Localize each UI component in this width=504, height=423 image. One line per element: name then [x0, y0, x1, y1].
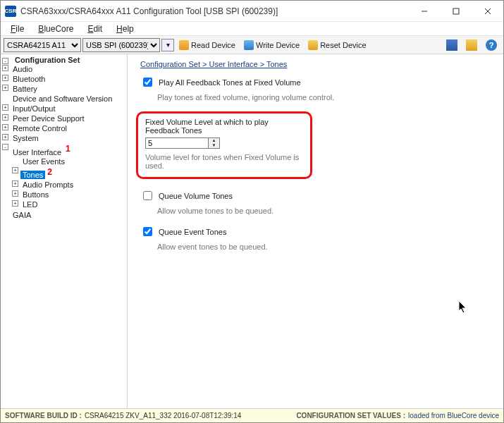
status-config-value: loaded from BlueCore device — [408, 412, 499, 419]
menu-bluecore[interactable]: BlueCore — [32, 23, 79, 35]
tree-item-led[interactable]: +LED — [20, 200, 127, 209]
save-icon — [446, 39, 457, 51]
close-button[interactable] — [472, 1, 503, 22]
help-button[interactable]: ? — [482, 37, 500, 53]
menubar: File BlueCore Edit Help — [1, 22, 503, 36]
tree-item-battery[interactable]: +Battery — [11, 84, 127, 94]
tree-item-audio-prompts[interactable]: +Audio Prompts — [20, 180, 127, 190]
queue-volume-desc: Allow volume tones to be queued. — [157, 207, 491, 215]
device-combo[interactable]: CSRA64215 A11 — [4, 38, 81, 52]
menu-file[interactable]: File — [5, 23, 30, 35]
maximize-button[interactable] — [440, 1, 472, 22]
write-device-button[interactable]: Write Device — [240, 37, 303, 53]
play-all-desc: Play tones at fixed volume, ignoring vol… — [157, 93, 491, 102]
content-pane: Configuration Set > User Interface > Ton… — [128, 54, 503, 408]
play-all-row: Play All Feedback Tones at Fixed Volume — [140, 75, 491, 89]
reset-device-button[interactable]: Reset Device — [305, 37, 369, 53]
tree-item-remote-control[interactable]: +Remote Control — [11, 123, 127, 133]
statusbar: SOFTWARE BUILD ID : CSRA64215 ZKV_A11_33… — [1, 408, 503, 422]
app-icon: CSR — [5, 6, 16, 17]
fixed-volume-input[interactable] — [145, 137, 209, 149]
queue-event-desc: Allow event tones to be queued. — [157, 243, 491, 251]
status-config-label: CONFIGURATION SET VALUES : — [296, 412, 405, 419]
save-button[interactable] — [443, 37, 461, 53]
status-build-label: SOFTWARE BUILD ID : — [5, 412, 82, 419]
status-build-value: CSRA64215 ZKV_A11_332 2016-07-08T12:39:1… — [85, 412, 241, 419]
queue-event-checkbox[interactable] — [143, 227, 152, 236]
write-icon — [244, 40, 254, 50]
fixed-volume-group: Fixed Volume Level at which to play Feed… — [136, 111, 312, 179]
open-icon — [466, 39, 477, 51]
menu-edit[interactable]: Edit — [82, 23, 108, 35]
connection-button[interactable]: ▾ — [161, 39, 174, 51]
connection-combo[interactable]: USB SPI (600239) — [82, 38, 160, 52]
reset-icon — [308, 40, 318, 50]
help-icon: ? — [486, 39, 497, 51]
tree-item-user-interface[interactable]: -User Interface1User Events+Tones2+Audio… — [11, 143, 127, 210]
tree-item-input-output[interactable]: +Input/Output — [11, 104, 127, 114]
svg-rect-1 — [453, 8, 459, 14]
open-button[interactable] — [462, 37, 481, 53]
tree-item-bluetooth[interactable]: +Bluetooth — [11, 74, 127, 84]
tree-item-user-events[interactable]: User Events — [20, 157, 127, 166]
tree-item-device-and-software-version[interactable]: Device and Software Version — [11, 94, 127, 104]
tree-item-system[interactable]: +System — [11, 133, 127, 143]
tree-item-audio[interactable]: +Audio — [11, 64, 127, 74]
fixed-volume-desc: Volume level for tones when Fixed Volume… — [145, 153, 303, 170]
tree-item-gaia[interactable]: GAIA — [11, 210, 127, 220]
titlebar: CSR CSRA63xxx/CSRA64xxx A11 Configuratio… — [1, 1, 503, 22]
mouse-cursor-icon — [459, 301, 469, 315]
queue-event-label[interactable]: Queue Event Tones — [159, 228, 226, 236]
read-device-button[interactable]: Read Device — [176, 37, 239, 53]
tree-item-peer-device-support[interactable]: +Peer Device Support — [11, 114, 127, 123]
navigation-tree[interactable]: - Configuration Set +Audio+Bluetooth+Bat… — [1, 54, 128, 408]
play-all-label[interactable]: Play All Feedback Tones at Fixed Volume — [159, 78, 301, 87]
tree-item-buttons[interactable]: +Buttons — [20, 190, 127, 200]
play-all-checkbox[interactable] — [143, 78, 152, 87]
window-title: CSRA63xxx/CSRA64xxx A11 Configuration To… — [20, 6, 408, 16]
queue-volume-checkbox[interactable] — [143, 191, 152, 200]
tree-item-tones[interactable]: +Tones2 — [20, 166, 127, 180]
breadcrumb[interactable]: Configuration Set > User Interface > Ton… — [140, 60, 491, 68]
read-icon — [179, 40, 189, 50]
queue-volume-label[interactable]: Queue Volume Tones — [159, 192, 233, 200]
toolbar: CSRA64215 A11 USB SPI (600239) ▾ Read De… — [1, 36, 503, 54]
queue-event-row: Queue Event Tones — [140, 225, 491, 238]
minimize-button[interactable] — [408, 1, 440, 22]
volume-spinner[interactable]: ▲▼ — [209, 137, 220, 149]
fixed-volume-label: Fixed Volume Level at which to play Feed… — [145, 118, 303, 135]
menu-help[interactable]: Help — [111, 23, 140, 35]
queue-volume-row: Queue Volume Tones — [140, 189, 491, 202]
